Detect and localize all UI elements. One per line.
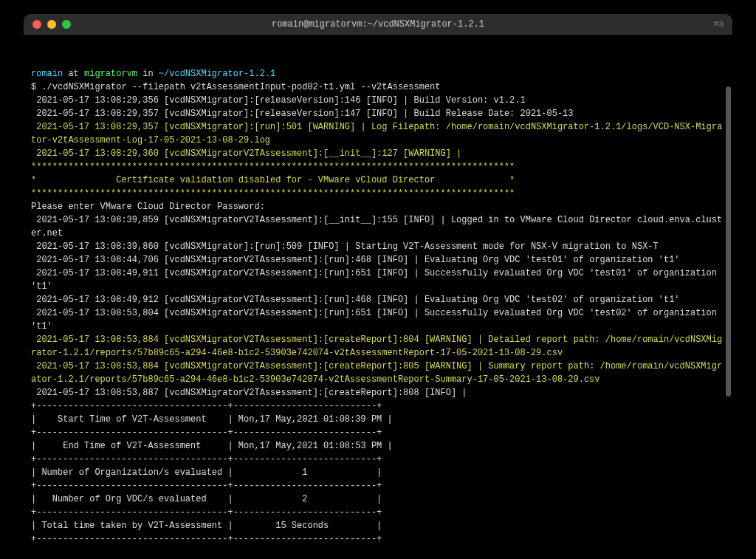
prompt-in: in <box>137 69 159 79</box>
maximize-icon[interactable] <box>62 20 71 29</box>
terminal-content[interactable]: romain at migratorvm in ~/vcdNSXMigrator… <box>24 35 732 546</box>
table-row: | Number of Org VDC/s evaluated | 2 | <box>31 494 382 504</box>
log-info-line: 2021-05-17 13:08:29,357 [vcdNSXMigrator]… <box>31 109 574 119</box>
log-info-line: 2021-05-17 13:08:29,356 [vcdNSXMigrator]… <box>31 95 526 106</box>
separator-line: ****************************************… <box>31 188 515 199</box>
table-separator: +------------------------------------+--… <box>31 481 382 491</box>
table-separator: +------------------------------------+--… <box>31 428 382 438</box>
log-info-line: 2021-05-17 13:08:49,911 [vcdNSXMigratorV… <box>31 268 722 292</box>
prompt-path: ~/vcdNSXMigrator-1.2.1 <box>159 69 275 79</box>
table-row: | Total time taken by V2T-Assessment | 1… <box>31 521 382 531</box>
window-shortcut: ⌘3 <box>714 19 724 29</box>
table-row: | End Time of V2T-Assessment | Mon,17 Ma… <box>31 441 393 451</box>
log-info-line: 2021-05-17 13:08:53,887 [vcdNSXMigratorV… <box>31 388 467 398</box>
titlebar: romain@migratorvm:~/vcdNSXMigrator-1.2.1… <box>24 14 732 35</box>
table-separator: +------------------------------------+--… <box>31 507 382 518</box>
prompt-user: romain <box>31 69 63 79</box>
table-separator: +------------------------------------+--… <box>31 454 382 464</box>
password-prompt: Please enter VMware Cloud Director Passw… <box>31 202 265 212</box>
log-warning-line: 2021-05-17 13:08:29,357 [vcdNSXMigrator]… <box>31 122 722 145</box>
separator-line: ****************************************… <box>31 162 515 172</box>
command-line: $ ./vcdNSXMigrator --filepath v2tAssessm… <box>31 82 441 92</box>
traffic-lights <box>32 20 71 29</box>
log-warning-line: 2021-05-17 13:08:53,884 [vcdNSXMigratorV… <box>31 335 722 358</box>
minimize-icon[interactable] <box>47 20 56 29</box>
close-icon[interactable] <box>32 20 41 29</box>
table-row: | Start Time of V2T-Assessment | Mon,17 … <box>31 414 393 425</box>
table-separator: +------------------------------------+--… <box>31 534 382 544</box>
log-info-line: 2021-05-17 13:08:53,804 [vcdNSXMigratorV… <box>31 308 722 332</box>
log-info-line: 2021-05-17 13:08:39,859 [vcdNSXMigratorV… <box>31 215 722 239</box>
log-warning-line: 2021-05-17 13:08:29,360 [vcdNSXMigratorV… <box>31 148 461 159</box>
log-info-line: 2021-05-17 13:08:49,912 [vcdNSXMigratorV… <box>31 295 680 305</box>
prompt-at: at <box>63 69 84 79</box>
terminal-output: romain at migratorvm in ~/vcdNSXMigrator… <box>31 67 725 546</box>
log-info-line: 2021-05-17 13:08:39,860 [vcdNSXMigrator]… <box>31 241 659 252</box>
terminal-window: romain@migratorvm:~/vcdNSXMigrator-1.2.1… <box>24 14 732 546</box>
log-info-line: 2021-05-17 13:08:44,706 [vcdNSXMigratorV… <box>31 255 680 265</box>
log-warning-line: 2021-05-17 13:08:53,884 [vcdNSXMigratorV… <box>31 361 722 385</box>
prompt-host: migratorvm <box>84 69 137 79</box>
scrollbar-thumb[interactable] <box>726 86 731 397</box>
table-row: | Number of Organization/s evaluated | 1… <box>31 467 382 478</box>
cert-warning-line: * Certificate validation disabled for - … <box>31 175 515 185</box>
table-separator: +------------------------------------+--… <box>31 401 382 411</box>
window-title: romain@migratorvm:~/vcdNSXMigrator-1.2.1 <box>24 19 732 30</box>
